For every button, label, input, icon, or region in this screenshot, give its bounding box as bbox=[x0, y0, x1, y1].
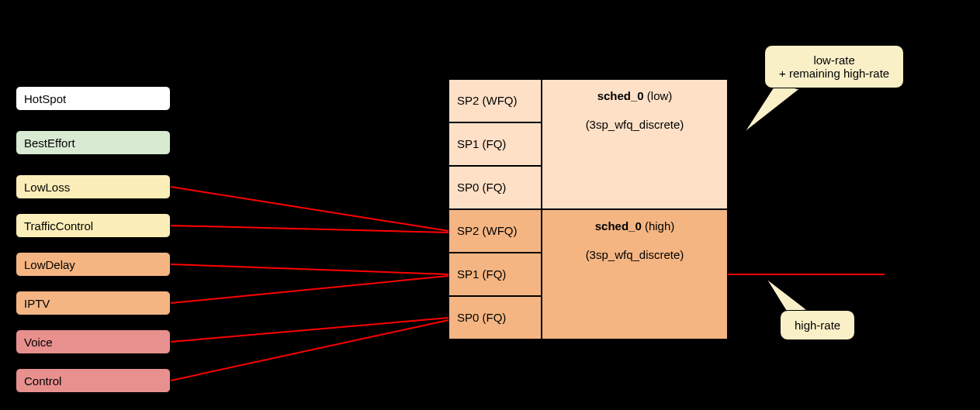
edge bbox=[171, 187, 448, 231]
callout-high-rate-text: high-rate bbox=[795, 319, 840, 332]
sp-high-sp0fq: SP0 (FQ) bbox=[448, 296, 542, 339]
traffic-class-lowloss: LowLoss bbox=[16, 174, 171, 199]
traffic-class-lowdelay: LowDelay bbox=[16, 252, 171, 277]
edge bbox=[171, 320, 448, 381]
traffic-class-voice: Voice bbox=[16, 329, 171, 354]
callout-low-rate: low-rate + remaining high-rate bbox=[764, 45, 904, 88]
traffic-class-iptv: IPTV bbox=[16, 291, 171, 315]
callout-high-rate: high-rate bbox=[780, 310, 855, 340]
callout-low-rate-line1: low-rate bbox=[779, 53, 889, 67]
callout-low-rate-line2: + remaining high-rate bbox=[779, 67, 889, 80]
traffic-class-trafficcontrol: TrafficControl bbox=[16, 213, 171, 238]
scheduler-high: sched_0 (high) (3sp_wfq_discrete) bbox=[542, 209, 728, 339]
scheduler-high-type: (3sp_wfq_discrete) bbox=[552, 248, 718, 261]
scheduler-low-title: sched_0 (low) bbox=[552, 89, 718, 102]
scheduler-low: sched_0 (low) (3sp_wfq_discrete) bbox=[542, 79, 728, 209]
scheduler-low-type: (3sp_wfq_discrete) bbox=[552, 118, 718, 131]
diagram-stage: HotSpotBestEffortLowLossTrafficControlLo… bbox=[0, 0, 980, 410]
traffic-class-control: Control bbox=[16, 368, 171, 393]
edge bbox=[171, 264, 448, 274]
sp-high-sp1fq: SP1 (FQ) bbox=[448, 253, 542, 296]
scheduler-high-title: sched_0 (high) bbox=[552, 219, 718, 233]
sp-low-sp0fq: SP0 (FQ) bbox=[448, 166, 542, 209]
callout-tail-bottom bbox=[767, 279, 807, 312]
traffic-class-besteffort: BestEffort bbox=[16, 130, 171, 155]
sp-high-sp2wfq: SP2 (WFQ) bbox=[448, 209, 542, 253]
sp-low-sp1fq: SP1 (FQ) bbox=[448, 122, 542, 166]
traffic-class-hotspot: HotSpot bbox=[16, 86, 171, 111]
callout-tail-top bbox=[745, 84, 799, 132]
edge bbox=[171, 226, 448, 233]
edge bbox=[171, 276, 448, 303]
sp-low-sp2wfq: SP2 (WFQ) bbox=[448, 79, 542, 122]
edge bbox=[171, 318, 448, 342]
